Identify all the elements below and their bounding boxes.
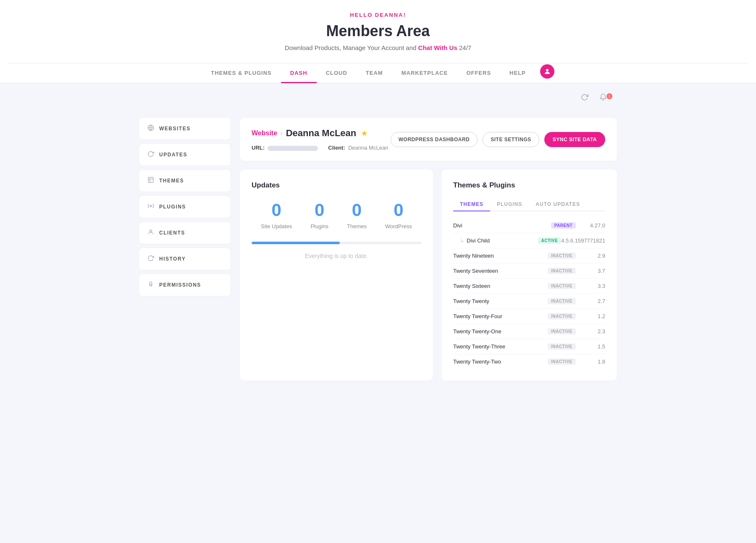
svg-point-8 <box>150 285 152 286</box>
site-title: Website › Deanna McLean ★ <box>252 128 388 139</box>
site-updates-number: 0 <box>261 201 292 219</box>
site-name: Deanna McLean <box>286 128 357 139</box>
stat-site-updates: 0 Site Updates <box>261 201 292 230</box>
theme-version: 1.8 <box>576 358 605 365</box>
main-content: WEBSITES UPDATES THEMES PLUGINS CLIENTS <box>130 117 626 381</box>
badge-parent: PARENT <box>551 222 576 229</box>
badge-active: ACTIVE <box>538 237 562 244</box>
refresh-icon <box>147 150 154 159</box>
theme-name: Twenty Nineteen <box>453 253 548 259</box>
site-meta: URL: Client: Deanna McLean <box>252 145 388 151</box>
themes-tabs: THEMES PLUGINS AUTO UPDATES <box>453 198 605 211</box>
theme-version: 2.3 <box>576 328 605 335</box>
badge-inactive: INACTIVE <box>548 268 576 274</box>
subtitle-text: Download Products, Manage Your Account a… <box>285 44 417 51</box>
theme-version: 3.7 <box>576 268 605 274</box>
theme-version: 2.9 <box>576 253 605 259</box>
svg-rect-3 <box>148 177 153 182</box>
sidebar-label-clients: CLIENTS <box>159 230 185 236</box>
nav-cloud[interactable]: CLOUD <box>317 64 357 83</box>
members-area-title: Members Area <box>8 22 748 40</box>
wordpress-dashboard-button[interactable]: WORDPRESS DASHBOARD <box>391 132 478 147</box>
theme-name: Twenty Twenty-Two <box>453 358 548 365</box>
sidebar-label-themes: THEMES <box>159 178 184 184</box>
tab-plugins[interactable]: PLUGINS <box>490 198 529 211</box>
theme-row: Twenty Twenty-One INACTIVE 2.3 <box>453 324 605 339</box>
svg-point-6 <box>150 205 152 207</box>
nav-themes-plugins[interactable]: THEMES & PLUGINS <box>202 64 281 83</box>
badge-inactive: INACTIVE <box>548 343 576 350</box>
website-breadcrumb-link[interactable]: Website <box>252 129 277 137</box>
history-icon <box>147 255 154 263</box>
main-nav: THEMES & PLUGINS DASH CLOUD TEAM MARKETP… <box>8 63 748 83</box>
sidebar-item-themes[interactable]: THEMES <box>139 169 231 192</box>
plugins-number: 0 <box>310 201 328 219</box>
nav-offers[interactable]: OFFERS <box>457 64 500 83</box>
subtitle-end: 24/7 <box>459 44 471 51</box>
client-name: Deanna McLean <box>348 145 388 151</box>
avatar[interactable] <box>540 64 554 79</box>
up-to-date-message: Everything is up to date. <box>252 253 421 259</box>
updates-stats: 0 Site Updates 0 Plugins 0 Themes 0 Word… <box>252 201 421 230</box>
tab-auto-updates[interactable]: AUTO UPDATES <box>529 198 587 211</box>
theme-name: Twenty Seventeen <box>453 268 548 274</box>
theme-name: Twenty Twenty-Four <box>453 313 548 319</box>
sidebar: WEBSITES UPDATES THEMES PLUGINS CLIENTS <box>139 117 231 381</box>
url-value <box>268 146 318 151</box>
sync-site-data-button[interactable]: SYNC SITE DATA <box>544 132 605 147</box>
theme-row: ↳ Divi Child ACTIVE 4.5.6.1597771821 <box>453 233 605 248</box>
stat-plugins: 0 Plugins <box>310 201 328 230</box>
site-settings-button[interactable]: SITE SETTINGS <box>483 132 539 147</box>
site-header-card: Website › Deanna McLean ★ URL: Client: D… <box>239 117 617 161</box>
sidebar-item-permissions[interactable]: PERMISSIONS <box>139 274 231 296</box>
theme-row: Twenty Twenty-Three INACTIVE 1.5 <box>453 339 605 354</box>
nav-team[interactable]: TEAM <box>357 64 392 83</box>
star-icon[interactable]: ★ <box>361 129 367 137</box>
sidebar-item-plugins[interactable]: PLUGINS <box>139 195 231 218</box>
sidebar-item-clients[interactable]: CLIENTS <box>139 221 231 244</box>
stat-themes: 0 Themes <box>347 201 367 230</box>
theme-name: Twenty Twenty-Three <box>453 343 548 350</box>
clients-icon <box>147 229 154 237</box>
badge-inactive: INACTIVE <box>548 253 576 259</box>
subtitle: Download Products, Manage Your Account a… <box>8 44 748 51</box>
badge-inactive: INACTIVE <box>548 358 576 365</box>
main-panel: Website › Deanna McLean ★ URL: Client: D… <box>239 117 617 381</box>
nav-help[interactable]: HELP <box>500 64 535 83</box>
theme-version: 1.2 <box>576 313 605 319</box>
refresh-button[interactable] <box>578 92 591 105</box>
chat-link[interactable]: Chat With Us <box>418 44 457 51</box>
sidebar-label-permissions: PERMISSIONS <box>159 282 201 288</box>
tab-themes[interactable]: THEMES <box>453 198 490 211</box>
notification-button[interactable]: 1 <box>597 92 617 105</box>
progress-bar-fill <box>252 242 340 244</box>
themes-table: Divi PARENT 4.27.0 ↳ Divi Child ACTIVE 4… <box>453 218 605 369</box>
badge-inactive: INACTIVE <box>548 283 576 289</box>
sidebar-label-plugins: PLUGINS <box>159 204 186 210</box>
sidebar-item-websites[interactable]: WEBSITES <box>139 117 231 140</box>
badge-inactive: INACTIVE <box>548 298 576 304</box>
theme-row: Twenty Twenty-Four INACTIVE 1.2 <box>453 309 605 324</box>
top-header: HELLO DEANNA! Members Area Download Prod… <box>0 0 756 83</box>
theme-name: Twenty Twenty <box>453 298 548 304</box>
theme-row: Twenty Seventeen INACTIVE 3.7 <box>453 264 605 279</box>
permissions-icon <box>147 281 154 289</box>
sidebar-item-history[interactable]: HISTORY <box>139 248 231 270</box>
stat-wordpress: 0 WordPress <box>385 201 412 230</box>
sidebar-label-websites: WEBSITES <box>159 126 191 132</box>
nav-dash[interactable]: DASH <box>281 64 317 83</box>
sidebar-label-updates: UPDATES <box>159 152 187 158</box>
badge-inactive: INACTIVE <box>548 328 576 335</box>
theme-version: 2.7 <box>576 298 605 304</box>
svg-point-0 <box>546 69 549 71</box>
updates-title: Updates <box>252 181 421 190</box>
themes-plugins-card: Themes & Plugins THEMES PLUGINS AUTO UPD… <box>441 169 617 381</box>
url-label: URL: <box>252 145 318 151</box>
theme-version: 4.27.0 <box>576 222 605 229</box>
themes-label: Themes <box>347 223 367 229</box>
nav-marketplace[interactable]: MARKETPLACE <box>392 64 457 83</box>
sidebar-item-updates[interactable]: UPDATES <box>139 143 231 166</box>
site-header-actions: WORDPRESS DASHBOARD SITE SETTINGS SYNC S… <box>391 132 605 147</box>
theme-row: Twenty Twenty-Two INACTIVE 1.8 <box>453 354 605 369</box>
svg-point-7 <box>150 230 152 232</box>
